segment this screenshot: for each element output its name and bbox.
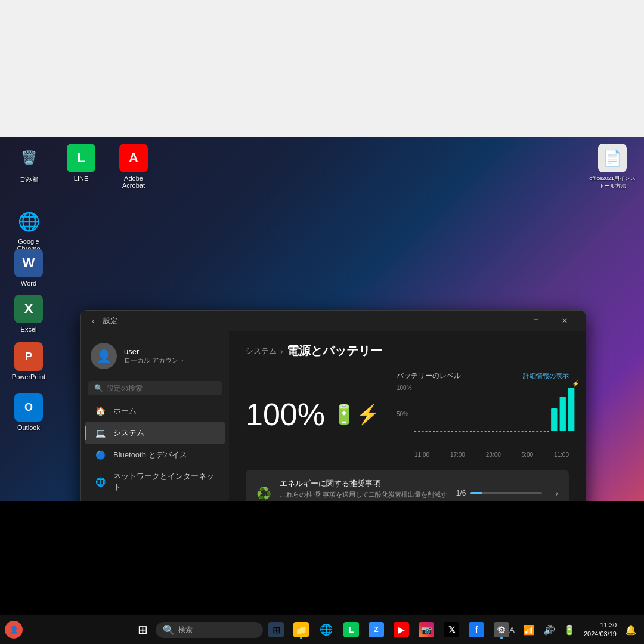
svg-text:⚡: ⚡ (572, 380, 580, 388)
taskbar-center: ⊞ 🔍 検索 ⊞ 📁 🌐 L Z ▶ (131, 618, 513, 642)
officedoc-label: office2021用インストール方法 (588, 175, 637, 190)
input-method-indicator[interactable]: A (507, 623, 517, 637)
settings-search-box[interactable]: 🔍 (88, 381, 222, 395)
settings-main: システム › 電源とバッテリー 100% 🔋⚡ バッテリーのレベル (229, 331, 586, 501)
svg-rect-2 (560, 397, 566, 431)
start-button[interactable]: ⊞ (131, 618, 154, 642)
minimize-button[interactable]: ─ (494, 311, 521, 331)
desktop-icon-adobe[interactable]: A Adobe Acrobat (110, 141, 157, 191)
battery-tray-icon[interactable]: 🔋 (561, 622, 578, 638)
facebook-taskbar-button[interactable]: f (465, 618, 488, 642)
desktop-icon-line[interactable]: L LINE (57, 141, 105, 184)
widgets-button[interactable]: ⊞ (264, 618, 288, 642)
taskbar-right: ^ A 📶 🔊 🔋 11:30 2024/03/19 🔔 (495, 615, 639, 644)
svg-rect-3 (568, 388, 574, 431)
zoom-taskbar-button[interactable]: Z (364, 618, 388, 642)
close-button[interactable]: ✕ (551, 311, 578, 331)
taskbar-search[interactable]: 🔍 検索 (156, 622, 263, 638)
clock-area[interactable]: 11:30 2024/03/19 (581, 621, 619, 639)
window-title: 設定 (103, 316, 117, 326)
tray-chevron[interactable]: ^ (495, 623, 504, 637)
chrome-taskbar-button[interactable]: 🌐 (314, 618, 338, 642)
desktop-icon-officedoc[interactable]: 📄 office2021用インストール方法 (586, 141, 639, 193)
sidebar-item-system-label: システム (113, 428, 144, 438)
word-label: Word (21, 280, 36, 287)
search-icon: 🔍 (94, 384, 103, 392)
wifi-icon[interactable]: 📶 (521, 622, 537, 638)
clock-date: 2024/03/19 (584, 630, 617, 639)
user-name: user (124, 347, 185, 356)
sidebar-item-bluetooth-label: Bluetooth とデバイス (113, 450, 187, 460)
sidebar-item-personalization[interactable]: ✏️ 個人用設定 (85, 498, 225, 501)
user-profile[interactable]: 👤 user ローカル アカウント (81, 336, 229, 376)
energy-arrow-icon: › (555, 488, 558, 498)
youtube-taskbar-button[interactable]: ▶ (389, 618, 413, 642)
volume-icon[interactable]: 🔊 (541, 622, 558, 638)
recycle-label: ごみ箱 (19, 175, 39, 184)
sidebar-item-network-label: ネットワークとインターネット (113, 471, 216, 493)
notification-bell[interactable]: 🔔 (623, 622, 639, 638)
desktop-icon-recycle[interactable]: 🗑️ ごみ箱 (5, 141, 52, 186)
battery-percent: 100% (246, 397, 325, 432)
line-label: LINE (74, 175, 88, 182)
home-icon: 🏠 (94, 405, 106, 417)
energy-progress-fill (470, 492, 482, 494)
sidebar-item-bluetooth[interactable]: 🔵 Bluetooth とデバイス (85, 444, 225, 466)
file-explorer-button[interactable]: 📁 (289, 618, 313, 642)
battery-chart-title: バッテリーのレベル (397, 371, 461, 381)
back-button[interactable]: ‹ (88, 315, 98, 327)
sidebar-item-network[interactable]: 🌐 ネットワークとインターネット (85, 466, 225, 497)
battery-chart-area: バッテリーのレベル 詳細情報の表示 100% 50% (397, 371, 569, 458)
settings-window: ‹ 設定 ─ □ ✕ 👤 user ローカル アカウント (80, 310, 586, 501)
adobe-label: Adobe Acrobat (112, 175, 155, 189)
energy-subtitle: これらの推 奨 事項を適用して二酸化炭素排出量を削減する (280, 490, 448, 501)
clock-time: 11:30 (600, 621, 617, 630)
time-label-0: 11:00 (414, 451, 429, 458)
title-bar: ‹ 設定 ─ □ ✕ (81, 311, 586, 331)
desktop-icon-word[interactable]: W Word (5, 246, 52, 289)
chart-label-50: 50% (397, 411, 408, 417)
battery-chart-link[interactable]: 詳細情報の表示 (523, 371, 569, 380)
battery-icon: 🔋⚡ (332, 403, 380, 426)
user-badge-button[interactable]: 👤 (5, 621, 23, 639)
x-taskbar-button[interactable]: 𝕏 (439, 618, 463, 642)
battery-percent-area: 100% 🔋⚡ (246, 371, 380, 458)
time-label-4: 11:00 (554, 451, 569, 458)
system-icon: 💻 (94, 427, 106, 439)
user-avatar: 👤 (91, 343, 117, 369)
maximize-button[interactable]: □ (522, 311, 550, 331)
energy-progress-bar (470, 492, 542, 494)
breadcrumb-parent: システム (246, 346, 277, 357)
energy-progress-text: 1/6 (456, 489, 466, 497)
energy-icon: ♻️ (256, 486, 271, 500)
desktop-icon-excel[interactable]: X Excel (5, 292, 52, 335)
settings-sidebar: 👤 user ローカル アカウント 🔍 🏠 ホーム (81, 331, 229, 501)
svg-rect-1 (551, 408, 557, 431)
time-label-2: 23:00 (486, 451, 501, 458)
line-taskbar-button[interactable]: L (339, 618, 363, 642)
taskbar: 👤 ⊞ 🔍 検索 ⊞ 📁 🌐 L Z (0, 615, 644, 644)
excel-label: Excel (21, 326, 37, 333)
chart-label-100: 100% (397, 385, 412, 391)
user-account-type: ローカル アカウント (124, 356, 185, 365)
time-label-3: 5:00 (522, 451, 533, 458)
breadcrumb: システム › 電源とバッテリー (246, 343, 569, 359)
breadcrumb-separator: › (280, 346, 283, 356)
breadcrumb-current: 電源とバッテリー (287, 343, 382, 359)
network-icon: 🌐 (94, 476, 106, 488)
sidebar-item-system[interactable]: 💻 システム (85, 422, 225, 444)
taskbar-search-placeholder: 検索 (178, 625, 193, 635)
settings-search-input[interactable] (107, 384, 216, 392)
time-label-1: 17:00 (450, 451, 465, 458)
taskbar-left: 👤 (5, 621, 23, 639)
energy-recommendation-card[interactable]: ♻️ エネルギーに関する推奨事項 これらの推 奨 事項を適用して二酸化炭素排出量… (246, 470, 569, 501)
outlook-label: Outlook (17, 424, 40, 431)
instagram-taskbar-button[interactable]: 📷 (414, 618, 438, 642)
desktop-icon-outlook[interactable]: O Outlook (5, 391, 52, 434)
ppt-label: PowerPoint (12, 373, 45, 380)
time-labels: 11:00 17:00 23:00 5:00 11:00 (397, 451, 569, 458)
taskbar-search-icon: 🔍 (163, 624, 175, 636)
sidebar-item-home[interactable]: 🏠 ホーム (85, 400, 225, 422)
energy-title: エネルギーに関する推奨事項 (280, 478, 448, 489)
desktop-icon-ppt[interactable]: P PowerPoint (5, 340, 52, 383)
